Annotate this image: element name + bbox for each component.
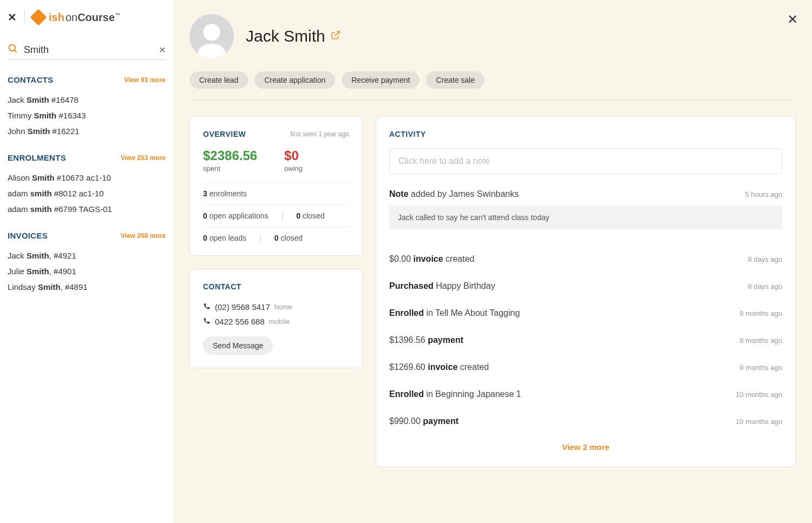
view-more-activity[interactable]: View 2 more bbox=[389, 435, 782, 454]
activity-item: $990.00 payment 10 months ago bbox=[389, 408, 782, 435]
phone-mobile[interactable]: 0422 556 688 mobile bbox=[203, 314, 349, 329]
main-panel: ✕ Jack Smith Create lead Create applicat… bbox=[173, 0, 812, 523]
activity-time: 8 days ago bbox=[748, 255, 782, 263]
section-title: INVOICES bbox=[8, 231, 48, 240]
activity-item: Purchased Happy Birthday 8 days ago bbox=[389, 273, 782, 300]
activity-time: 9 months ago bbox=[739, 363, 782, 372]
logo-icon bbox=[30, 9, 47, 25]
svg-line-1 bbox=[15, 50, 17, 52]
divider bbox=[189, 100, 796, 100]
phone-number: 0422 556 688 bbox=[215, 317, 265, 326]
list-item[interactable]: Jack Smith, #4921 bbox=[8, 248, 166, 263]
clear-search-icon[interactable]: ✕ bbox=[159, 45, 166, 55]
activity-time: 10 months ago bbox=[736, 390, 782, 399]
svg-line-3 bbox=[335, 31, 339, 36]
contacts-header: CONTACTS View 93 more bbox=[8, 75, 166, 84]
activity-item: $0.00 invoice created 8 days ago bbox=[389, 246, 782, 273]
list-item[interactable]: Julie Smith, #4901 bbox=[8, 263, 166, 279]
overview-card: OVERVIEW first seen 1 year ago $2386.56 … bbox=[189, 116, 363, 256]
activity-item: Enrolled in Tell Me About Tagging 9 mont… bbox=[389, 300, 782, 327]
close-icon[interactable]: ✕ bbox=[8, 11, 17, 24]
logo-text: ishonCourse™ bbox=[47, 11, 120, 24]
list-item[interactable]: Alison Smith #10673 ac1-10 bbox=[8, 170, 166, 186]
phone-icon bbox=[203, 317, 211, 326]
phone-label: home bbox=[274, 303, 292, 311]
contact-card: CONTACT (02) 9568 5417 home 0422 556 688… bbox=[189, 269, 363, 368]
search-icon bbox=[8, 43, 18, 56]
section-title: CONTACTS bbox=[8, 75, 54, 84]
add-note-input[interactable] bbox=[389, 148, 782, 174]
applications-stat: 0 open applications | 0 closed bbox=[203, 204, 349, 227]
activity-time: 8 days ago bbox=[748, 282, 782, 290]
search-field[interactable]: ✕ bbox=[8, 40, 166, 60]
phone-home[interactable]: (02) 9568 5417 home bbox=[203, 300, 349, 314]
phone-number: (02) 9568 5417 bbox=[215, 302, 270, 312]
send-message-button[interactable]: Send Message bbox=[203, 336, 273, 355]
view-more-invoices[interactable]: View 268 more bbox=[121, 232, 166, 240]
view-more-contacts[interactable]: View 93 more bbox=[125, 76, 166, 84]
invoices-header: INVOICES View 268 more bbox=[8, 231, 166, 240]
activity-item: $1396.56 payment 9 months ago bbox=[389, 327, 782, 354]
external-link-icon[interactable] bbox=[331, 30, 340, 42]
spent-amount: $2386.56 bbox=[203, 148, 257, 163]
close-panel-icon[interactable]: ✕ bbox=[787, 12, 798, 27]
activity-time: 5 hours ago bbox=[745, 190, 782, 198]
profile-header: Jack Smith bbox=[189, 14, 796, 58]
receive-payment-button[interactable]: Receive payment bbox=[342, 71, 420, 89]
view-more-enrolments[interactable]: View 253 more bbox=[121, 154, 166, 162]
sidebar-header: ✕ ishonCourse™ bbox=[8, 10, 166, 25]
sidebar: ✕ ishonCourse™ ✕ CONTACTS View 93 more J… bbox=[0, 0, 173, 523]
search-input[interactable] bbox=[24, 44, 159, 56]
create-application-button[interactable]: Create application bbox=[254, 71, 335, 89]
cards-row: OVERVIEW first seen 1 year ago $2386.56 … bbox=[189, 116, 796, 467]
note-body: Jack called to say he can't attend class… bbox=[389, 206, 782, 229]
logo[interactable]: ishonCourse™ bbox=[32, 11, 120, 24]
invoices-list: Jack Smith, #4921 Julie Smith, #4901 Lin… bbox=[8, 248, 166, 295]
spent-label: spent bbox=[203, 164, 257, 173]
list-item[interactable]: adam smith #8012 ac1-10 bbox=[8, 186, 166, 201]
card-title: OVERVIEW bbox=[203, 130, 246, 138]
list-item[interactable]: Timmy Smith #16343 bbox=[8, 108, 166, 123]
owing-label: owing bbox=[284, 164, 303, 173]
activity-time: 10 months ago bbox=[736, 418, 782, 426]
contacts-list: Jack Smith #16478 Timmy Smith #16343 Joh… bbox=[8, 92, 166, 139]
svg-point-2 bbox=[203, 24, 220, 41]
activity-time: 9 months ago bbox=[739, 336, 782, 345]
svg-point-0 bbox=[9, 45, 16, 51]
enrolments-header: ENROLMENTS View 253 more bbox=[8, 153, 166, 162]
activity-item: Note added by James Swinbanks 5 hours ag… bbox=[389, 187, 782, 246]
section-title: ENROLMENTS bbox=[8, 153, 66, 162]
enrolments-stat: 3 enrolments bbox=[203, 182, 349, 204]
first-seen-text: first seen 1 year ago bbox=[290, 130, 349, 138]
divider bbox=[24, 10, 25, 25]
activity-item: Enrolled in Beginning Japanese 1 10 mont… bbox=[389, 381, 782, 408]
create-sale-button[interactable]: Create sale bbox=[426, 71, 484, 89]
activity-time: 9 months ago bbox=[739, 309, 782, 317]
profile-name-text: Jack Smith bbox=[246, 27, 325, 45]
activity-card: ACTIVITY Note added by James Swinbanks 5… bbox=[376, 116, 796, 467]
create-lead-button[interactable]: Create lead bbox=[189, 71, 248, 89]
enrolments-list: Alison Smith #10673 ac1-10 adam smith #8… bbox=[8, 170, 166, 217]
spent-block: $2386.56 spent bbox=[203, 148, 257, 173]
leads-stat: 0 open leads | 0 closed bbox=[203, 227, 349, 242]
phone-icon bbox=[203, 302, 211, 312]
list-item[interactable]: adam smith #6799 TAGS-01 bbox=[8, 201, 166, 217]
avatar bbox=[189, 14, 234, 58]
action-chips: Create lead Create application Receive p… bbox=[189, 71, 796, 89]
card-title: CONTACT bbox=[203, 282, 349, 291]
list-item[interactable]: John Smith #16221 bbox=[8, 123, 166, 139]
card-title: ACTIVITY bbox=[389, 130, 782, 138]
profile-name: Jack Smith bbox=[246, 27, 340, 45]
left-column: OVERVIEW first seen 1 year ago $2386.56 … bbox=[189, 116, 363, 368]
phone-label: mobile bbox=[269, 317, 290, 326]
list-item[interactable]: Lindsay Smith, #4891 bbox=[8, 279, 166, 295]
owing-block: $0 owing bbox=[284, 148, 303, 173]
owing-amount: $0 bbox=[284, 148, 303, 163]
activity-item: $1269.60 invoice created 9 months ago bbox=[389, 354, 782, 381]
list-item[interactable]: Jack Smith #16478 bbox=[8, 92, 166, 108]
